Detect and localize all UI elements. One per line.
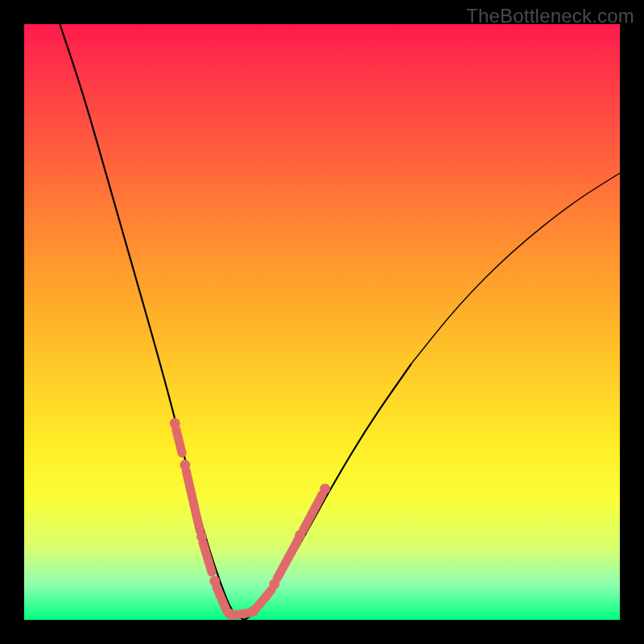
marker-dot	[196, 531, 207, 542]
marker-segment	[203, 543, 212, 572]
marker-dot	[248, 605, 258, 616]
marker-dot	[269, 579, 279, 589]
valley-markers	[170, 418, 330, 619]
marker-segment	[186, 471, 200, 530]
bottleneck-curve-right-tail	[411, 173, 620, 364]
marker-dot	[180, 460, 190, 470]
marker-segment	[303, 495, 322, 530]
curve-overlay	[24, 24, 620, 620]
marker-segment	[176, 429, 182, 453]
marker-segment	[233, 613, 250, 615]
marker-segment	[217, 587, 227, 611]
marker-segment	[257, 590, 272, 608]
marker-dot	[170, 418, 180, 428]
marker-dot	[295, 530, 305, 540]
marker-dot	[225, 609, 235, 619]
marker-dot	[209, 576, 220, 586]
marker-segment	[278, 539, 299, 578]
bottleneck-curve-left	[60, 24, 244, 620]
marker-dot	[320, 484, 330, 494]
